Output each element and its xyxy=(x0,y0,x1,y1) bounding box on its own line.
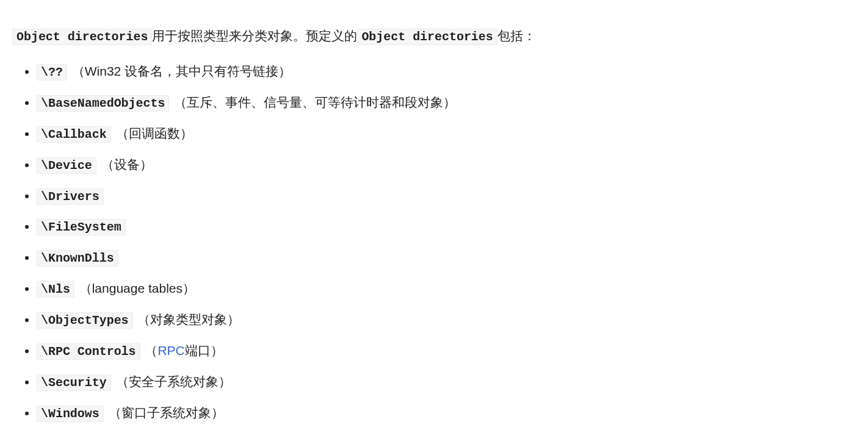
list-item: \Device （设备） xyxy=(37,154,856,176)
list-item: \Drivers xyxy=(37,185,856,207)
dir-code: \FileSystem xyxy=(37,219,126,235)
intro-paragraph: Object directories用于按照类型来分类对象。预定义的Object… xyxy=(12,25,856,48)
list-item: \?? （Win32 设备名，其中只有符号链接） xyxy=(37,60,856,83)
rpc-link[interactable]: RPC xyxy=(157,343,184,357)
intro-code-2: Object directories xyxy=(357,29,497,45)
intro-text-2: 包括： xyxy=(497,29,536,43)
dir-code: \Security xyxy=(37,374,111,391)
dir-code: \Drivers xyxy=(37,188,104,205)
dir-code: \Windows xyxy=(37,406,104,422)
dir-note: （回调函数） xyxy=(116,126,193,140)
list-item: \FileSystem xyxy=(37,215,856,238)
dir-code: \Callback xyxy=(37,126,111,143)
note-suffix: 端口） xyxy=(185,343,223,357)
list-item: \BaseNamedObjects （互斥、事件、信号量、可等待计时器和段对象） xyxy=(37,91,856,114)
dir-note: （Win32 设备名，其中只有符号链接） xyxy=(72,64,291,78)
note-prefix: （ xyxy=(145,343,157,357)
list-item: \ObjectTypes （对象类型对象） xyxy=(37,309,856,331)
dir-note: （安全子系统对象） xyxy=(116,374,231,388)
dir-code: \RPC Controls xyxy=(37,343,140,360)
directory-list: \?? （Win32 设备名，其中只有符号链接） \BaseNamedObjec… xyxy=(12,60,856,424)
dir-note: （互斥、事件、信号量、可等待计时器和段对象） xyxy=(174,95,456,109)
dir-code: \ObjectTypes xyxy=(37,312,133,329)
dir-code: \?? xyxy=(37,64,67,81)
list-item: \Windows （窗口子系统对象） xyxy=(37,402,856,424)
dir-note: （language tables） xyxy=(79,281,195,295)
intro-text-1: 用于按照类型来分类对象。预定义的 xyxy=(152,29,357,43)
dir-note: （设备） xyxy=(101,157,153,171)
dir-code: \KnownDlls xyxy=(37,250,118,267)
dir-note: （RPC端口） xyxy=(145,343,223,357)
dir-note: （对象类型对象） xyxy=(137,312,240,326)
list-item: \Callback （回调函数） xyxy=(37,123,856,145)
list-item: \RPC Controls （RPC端口） xyxy=(37,340,856,362)
list-item: \Nls （language tables） xyxy=(37,277,856,300)
list-item: \KnownDlls xyxy=(37,246,856,269)
list-item: \Security （安全子系统对象） xyxy=(37,371,856,393)
dir-code: \Device xyxy=(37,157,96,174)
intro-code-1: Object directories xyxy=(12,29,152,45)
dir-code: \Nls xyxy=(37,281,74,298)
dir-note: （窗口子系统对象） xyxy=(109,406,224,420)
dir-code: \BaseNamedObjects xyxy=(37,95,169,112)
